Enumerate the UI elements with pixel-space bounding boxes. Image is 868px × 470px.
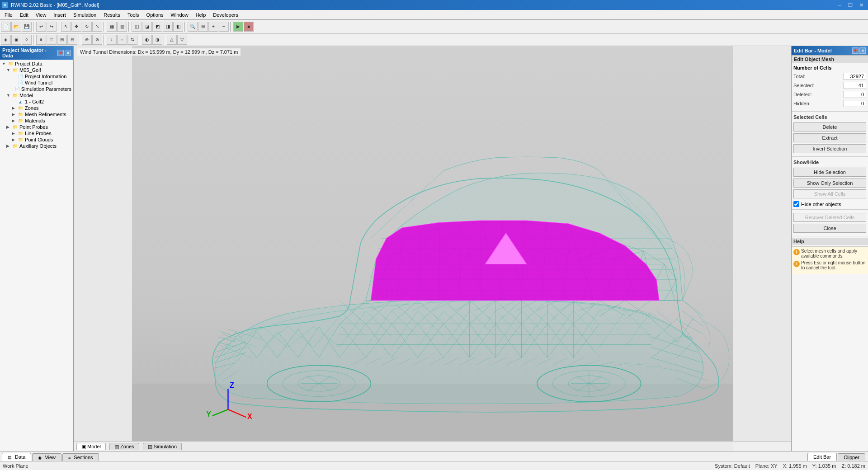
view5-btn[interactable]: ◧ (173, 22, 183, 32)
tree-materials[interactable]: ▶ 📁 Materials (1, 118, 72, 124)
tab-clipper[interactable]: Clipper (838, 453, 865, 461)
menu-bar: File Edit View Insert Simulation Results… (0, 10, 868, 20)
zoomin-btn[interactable]: + (208, 22, 218, 32)
tab-data-label: Data (15, 454, 25, 460)
tb2-8[interactable]: ⊕ (82, 35, 92, 45)
mesh2-btn[interactable]: ▧ (117, 22, 127, 32)
stop-btn[interactable]: ■ (244, 22, 254, 32)
run-btn[interactable]: ▶ (233, 22, 243, 32)
redo-btn[interactable]: ↪ (47, 22, 57, 32)
open-btn[interactable]: 📂 (11, 22, 21, 32)
tb2-15[interactable]: △ (167, 35, 177, 45)
delete-btn[interactable]: Delete (793, 122, 866, 132)
panel-close-icon[interactable]: ✕ (65, 50, 71, 56)
tb2-16[interactable]: ▽ (177, 35, 187, 45)
project-tree: ▼ 📁 Project Data ▼ 📁 M05_Golf 📄 Project … (0, 60, 73, 451)
tree-project-info[interactable]: 📄 Project Information (1, 73, 72, 80)
tab-data[interactable]: ▤ Data (2, 453, 31, 461)
zoom-btn[interactable]: 🔍 (188, 22, 198, 32)
viewport-tab-simulation[interactable]: ▥ Simulation (143, 443, 182, 450)
scale-btn[interactable]: ⤡ (92, 22, 102, 32)
viewport-tab-zones[interactable]: ▤ Zones (109, 443, 139, 450)
tab-sections[interactable]: ≡ Sections (62, 453, 99, 461)
view1-btn[interactable]: ◫ (132, 22, 142, 32)
tree-m05-golf[interactable]: ▼ 📁 M05_Golf (1, 67, 72, 73)
select-btn[interactable]: ↖ (61, 22, 71, 32)
move-btn[interactable]: ✥ (71, 22, 81, 32)
menu-developers[interactable]: Developers (209, 10, 242, 19)
tab-view[interactable]: ◉ View (32, 453, 61, 461)
hide-selection-btn[interactable]: Hide Selection (793, 168, 866, 177)
menu-help[interactable]: Help (192, 10, 210, 19)
save-btn[interactable]: 💾 (22, 22, 32, 32)
recover-close-buttons: Recover Deleted Cells Close (792, 211, 868, 235)
menu-edit[interactable]: Edit (16, 10, 32, 19)
tb2-2[interactable]: ◉ (11, 35, 21, 45)
menu-view[interactable]: View (32, 10, 50, 19)
tree-point-probes[interactable]: ▶ 📁 Point Probes (1, 124, 72, 130)
close-edit-btn[interactable]: Close (793, 224, 866, 233)
viewport-bottom-tabs: ▣ Model ▤ Zones ▥ Simulation (74, 441, 791, 451)
tb2-14[interactable]: ◑ (152, 35, 162, 45)
hidden-row: Hidden: 0 (793, 99, 866, 108)
tree-line-probes[interactable]: ▶ 📁 Line Probes (1, 130, 72, 136)
tb2-1[interactable]: ◈ (1, 35, 11, 45)
tb2-10[interactable]: ↕ (107, 35, 117, 45)
tb2-6[interactable]: ⊞ (57, 35, 67, 45)
tb2-3[interactable]: ◊ (22, 35, 32, 45)
menu-window[interactable]: Window (167, 10, 192, 19)
viewport-canvas[interactable]: Z X Y (74, 46, 791, 451)
panel-pin-icon[interactable]: 📌 (57, 50, 64, 56)
zoomout-btn[interactable]: − (219, 22, 229, 32)
mesh-btn[interactable]: ▦ (107, 22, 117, 32)
menu-file[interactable]: File (1, 10, 16, 19)
total-row: Total: 32927 (793, 72, 866, 81)
menu-results[interactable]: Results (100, 10, 124, 19)
show-only-selection-btn[interactable]: Show Only Selection (793, 179, 866, 188)
tree-wind-tunnel[interactable]: 📄 Wind Tunnel (1, 80, 72, 86)
total-label: Total: (793, 74, 805, 79)
left-panel-title: Project Navigator - Data (2, 47, 57, 58)
tree-golf2[interactable]: ▲ 1 - Golf2 (1, 99, 72, 105)
recover-deleted-btn[interactable]: Recover Deleted Cells (793, 213, 866, 222)
edit-bar-header: Edit Bar - Model 📌 ✕ (792, 46, 868, 55)
viewport-tab-model[interactable]: ▣ Model (76, 443, 106, 450)
tree-model[interactable]: ▼ 📁 Model (1, 92, 72, 99)
close-btn[interactable]: ✕ (856, 1, 866, 9)
menu-tools[interactable]: Tools (124, 10, 143, 19)
menu-options[interactable]: Options (143, 10, 167, 19)
menu-insert[interactable]: Insert (50, 10, 70, 19)
invert-selection-btn[interactable]: Invert Selection (793, 144, 866, 153)
show-all-cells-btn[interactable]: Show All Cells (793, 189, 866, 198)
tree-sim-params[interactable]: 📄 Simulation Parameters (1, 86, 72, 92)
extract-btn[interactable]: Extract (793, 133, 866, 142)
undo-btn[interactable]: ↩ (36, 22, 46, 32)
menu-simulation[interactable]: Simulation (70, 10, 100, 19)
tab-edit-bar[interactable]: Edit Bar (807, 453, 837, 461)
divider-3 (792, 209, 868, 210)
tb2-13[interactable]: ◐ (142, 35, 152, 45)
view4-btn[interactable]: ◨ (163, 22, 173, 32)
tb2-11[interactable]: ↔ (117, 35, 127, 45)
sep6 (230, 22, 232, 32)
tb2-9[interactable]: ⊗ (92, 35, 102, 45)
restore-btn[interactable]: ❐ (845, 1, 855, 9)
view3-btn[interactable]: ◩ (152, 22, 162, 32)
tb2-12[interactable]: ⇅ (127, 35, 137, 45)
zoomfit-btn[interactable]: ⊞ (198, 22, 208, 32)
tree-project-data[interactable]: ▼ 📁 Project Data (1, 61, 72, 67)
tb2-5[interactable]: ≣ (47, 35, 57, 45)
view2-btn[interactable]: ◪ (142, 22, 152, 32)
hide-other-checkbox[interactable] (793, 201, 799, 207)
minimize-btn[interactable]: ─ (835, 1, 844, 9)
rotate-btn[interactable]: ↻ (82, 22, 92, 32)
tree-mesh-refine[interactable]: ▶ 📁 Mesh Refinements (1, 111, 72, 118)
tb2-4[interactable]: ≡ (36, 35, 46, 45)
tree-zones[interactable]: ▶ 📁 Zones (1, 105, 72, 111)
edit-bar-close-icon[interactable]: ✕ (859, 47, 866, 54)
tree-auxiliary[interactable]: ▶ 📁 Auxiliary Objects (1, 143, 72, 149)
tree-point-clouds[interactable]: ▶ 📁 Point Clouds (1, 136, 72, 143)
tb2-7[interactable]: ⊟ (67, 35, 77, 45)
new-btn[interactable]: 📄 (1, 22, 11, 32)
edit-bar-pin-icon[interactable]: 📌 (852, 47, 859, 54)
